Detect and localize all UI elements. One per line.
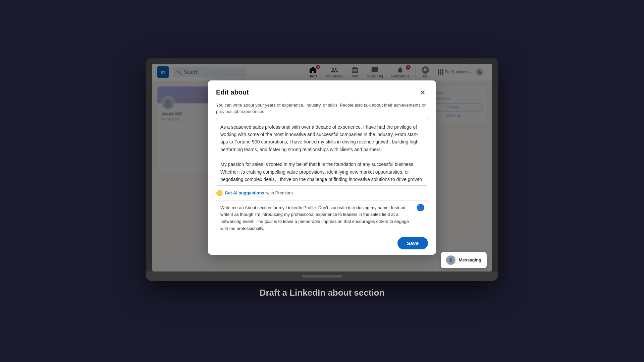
laptop-screen: in 🔍 Home 2 My Network	[152, 64, 492, 272]
page-bottom-title: Draft a LinkedIn about section	[260, 288, 385, 305]
get-ai-suggestions-link[interactable]: Get AI suggestions	[225, 190, 264, 195]
modal-body: As a seasoned sales professional with ov…	[208, 119, 436, 232]
ai-suffix-text: with Premium	[266, 190, 293, 195]
modal-subtitle: You can write about your years of experi…	[208, 102, 436, 119]
save-button[interactable]: Save	[397, 237, 428, 249]
modal-header: Edit about ✕	[208, 80, 436, 102]
modal-footer: Save	[208, 232, 436, 255]
linkedin-background: in 🔍 Home 2 My Network	[152, 64, 492, 272]
modal-title: Edit about	[216, 88, 249, 96]
messaging-label: Messaging	[459, 257, 481, 262]
messaging-widget[interactable]: 👤 Messaging	[441, 252, 487, 268]
ai-premium-icon: 🟡	[216, 190, 223, 196]
messaging-avatar: 👤	[446, 255, 455, 265]
prompt-textarea[interactable]: Write me an About section for my LinkedI…	[216, 200, 428, 230]
modal-close-button[interactable]: ✕	[417, 87, 428, 98]
ai-suggestion-row: 🟡 Get AI suggestions with Premium	[216, 190, 428, 196]
prompt-ai-icon: 🔵	[416, 203, 425, 212]
edit-about-modal: Edit about ✕ You can write about your ye…	[208, 80, 436, 255]
about-textarea[interactable]: As a seasoned sales professional with ov…	[216, 119, 428, 186]
laptop-container: in 🔍 Home 2 My Network	[146, 58, 498, 281]
laptop-base	[146, 272, 498, 281]
modal-overlay: Edit about ✕ You can write about your ye…	[152, 64, 492, 272]
prompt-textarea-wrapper: Write me an About section for my LinkedI…	[216, 200, 428, 232]
